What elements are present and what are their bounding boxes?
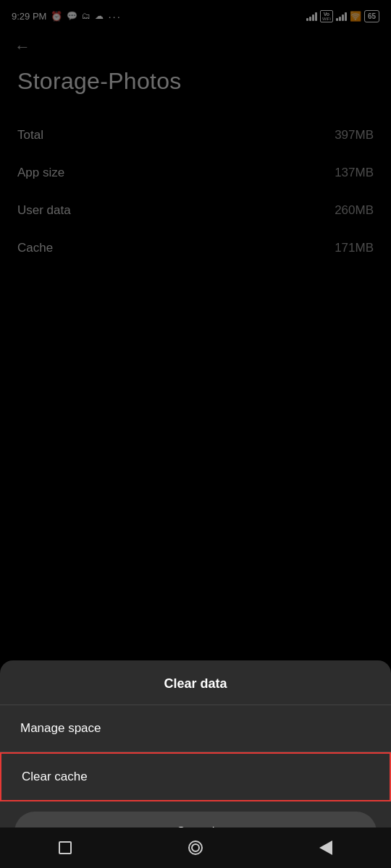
- recent-icon: [59, 841, 72, 854]
- bottom-sheet-overlay: Clear data Manage space Clear cache Canc…: [0, 0, 391, 868]
- clear-cache-item[interactable]: Clear cache: [0, 752, 391, 801]
- nav-home-button[interactable]: [181, 833, 210, 862]
- nav-back-button[interactable]: [311, 833, 340, 862]
- nav-bar: [0, 827, 391, 868]
- sheet-title: Clear data: [0, 660, 391, 705]
- nav-recent-button[interactable]: [51, 833, 80, 862]
- clear-cache-label: Clear cache: [22, 770, 88, 783]
- home-icon: [188, 841, 203, 855]
- manage-space-item[interactable]: Manage space: [0, 705, 391, 752]
- manage-space-label: Manage space: [20, 721, 101, 735]
- back-nav-icon: [319, 841, 332, 855]
